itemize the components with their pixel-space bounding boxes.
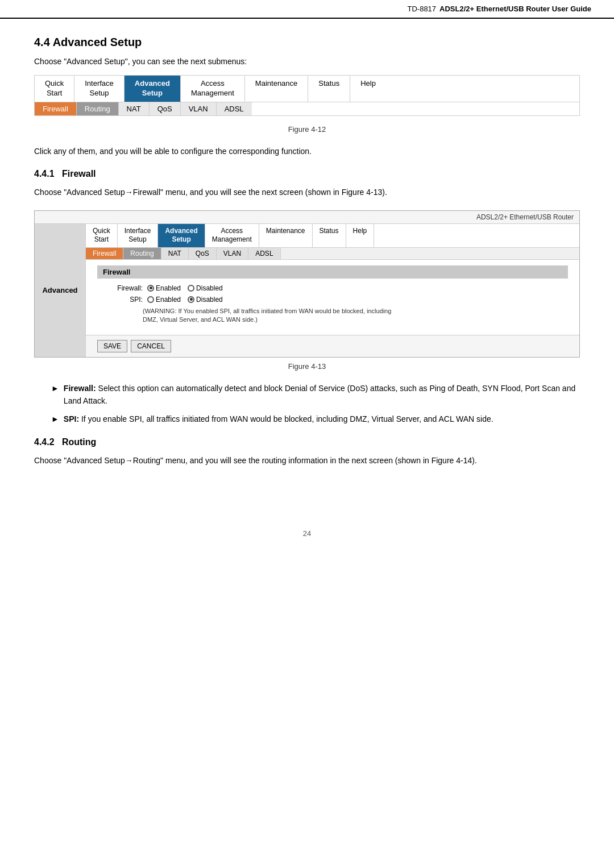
save-button[interactable]: SAVE (97, 340, 127, 352)
spi-disabled-radio[interactable] (188, 296, 194, 303)
router-sub-nat[interactable]: NAT (161, 248, 189, 259)
figure12-label: Figure 4-12 (34, 125, 580, 134)
spi-enabled-radio[interactable] (147, 296, 154, 303)
model-label: TD-8817 (408, 5, 437, 13)
bullet-spi-text: SPI: If you enable SPI, all traffics ini… (64, 413, 493, 425)
section-name: Advanced Setup (53, 36, 142, 48)
firewall-enabled-label: Enabled (156, 284, 181, 292)
bullet-firewall-body: Select this option can automatically det… (64, 384, 575, 405)
router-sub-firewall[interactable]: Firewall (86, 248, 123, 259)
nav-interface-setup[interactable]: InterfaceSetup (74, 76, 125, 102)
section-intro: Choose "Advanced Setup", you can see the… (34, 57, 580, 66)
router-nav-maintenance[interactable]: Maintenance (259, 224, 313, 247)
button-row: SAVE CANCEL (86, 335, 579, 357)
router-nav-top: QuickStart InterfaceSetup AdvancedSetup … (86, 224, 579, 248)
firewall-disabled-label: Disabled (196, 284, 223, 292)
spi-disabled-label: Disabled (196, 296, 223, 304)
figure12-nav: QuickStart InterfaceSetup AdvancedSetup … (34, 75, 580, 116)
bullet-firewall-term: Firewall: (64, 384, 96, 393)
spi-warning: (WARNING: If You enabled SPI, all traffi… (97, 307, 568, 325)
spi-radio-group: Enabled Disabled (147, 296, 223, 304)
router-sub-qos[interactable]: QoS (189, 248, 217, 259)
bullet-arrow-1: ► (51, 382, 59, 408)
router-content: Firewall Firewall: Enabled Disabled (86, 260, 579, 335)
main-content: 4.4 Advanced Setup Choose "Advanced Setu… (0, 19, 614, 495)
spi-field-row: SPI: Enabled Disabled (97, 296, 568, 304)
subsection-441-title: 4.4.1 Firewall (34, 169, 580, 179)
bullet-list: ► Firewall: Select this option can autom… (51, 382, 580, 426)
router-ui-figure13: ADSL2/2+ Ethernet/USB Router Advanced Qu… (34, 210, 580, 358)
firewall-label: Firewall: (109, 284, 143, 292)
router-nav-help[interactable]: Help (346, 224, 375, 247)
subsection-441-intro: Choose "Advanced Setup→Firewall" menu, a… (34, 186, 580, 198)
nav-status[interactable]: Status (308, 76, 350, 102)
nav-maintenance[interactable]: Maintenance (245, 76, 308, 102)
page-number: 24 (0, 518, 614, 549)
bullet-firewall: ► Firewall: Select this option can autom… (51, 382, 580, 408)
cancel-button[interactable]: CANCEL (131, 340, 171, 352)
router-sidebar: Advanced (35, 224, 86, 357)
section-number: 4.4 (34, 36, 50, 48)
nav-access-management[interactable]: AccessManagement (181, 76, 245, 102)
nav-sub-vlan[interactable]: VLAN (181, 102, 217, 115)
figure13-label: Figure 4-13 (34, 362, 580, 371)
router-nav-access-management[interactable]: AccessManagement (205, 224, 259, 247)
nav-help[interactable]: Help (350, 76, 386, 102)
router-nav-quick-start[interactable]: QuickStart (86, 224, 118, 247)
nav-sub-adsl[interactable]: ADSL (217, 102, 252, 115)
router-nav-sub: Firewall Routing NAT QoS VLAN ADSL (86, 248, 579, 260)
firewall-radio-group: Enabled Disabled (147, 284, 223, 292)
firewall-disabled-radio[interactable] (188, 285, 194, 292)
firewall-enabled-option[interactable]: Enabled (147, 284, 181, 292)
subsection-442-name: Routing (62, 437, 96, 447)
bullet-spi-term: SPI: (64, 414, 79, 423)
router-sub-routing[interactable]: Routing (123, 248, 161, 259)
product-name: ADSL2/2+ Ethernet/USB Router User Guide (439, 5, 591, 13)
nav-sub-routing[interactable]: Routing (77, 102, 119, 115)
router-nav-advanced-setup[interactable]: AdvancedSetup (158, 224, 205, 247)
nav-sub-nat[interactable]: NAT (119, 102, 150, 115)
header: TD-8817 ADSL2/2+ Ethernet/USB Router Use… (0, 0, 614, 19)
subsection-441-number: 4.4.1 (34, 169, 55, 178)
nav-sub-row: Firewall Routing NAT QoS VLAN ADSL (35, 102, 579, 115)
bullet-firewall-text: Firewall: Select this option can automat… (64, 382, 580, 408)
nav-advanced-setup[interactable]: AdvancedSetup (125, 76, 181, 102)
subsection-442-intro: Choose "Advanced Setup→Routing" menu, an… (34, 454, 580, 467)
router-sub-vlan[interactable]: VLAN (217, 248, 248, 259)
firewall-field-row: Firewall: Enabled Disabled (97, 284, 568, 292)
spi-enabled-label: Enabled (156, 296, 181, 304)
spi-label: SPI: (109, 296, 143, 304)
router-sub-adsl[interactable]: ADSL (248, 248, 280, 259)
spi-enabled-option[interactable]: Enabled (147, 296, 181, 304)
router-section-bar: Firewall (97, 265, 568, 279)
bullet-spi: ► SPI: If you enable SPI, all traffics i… (51, 413, 580, 425)
nav-sub-qos[interactable]: QoS (150, 102, 181, 115)
nav-top-row: QuickStart InterfaceSetup AdvancedSetup … (35, 76, 579, 102)
subsection-442-title: 4.4.2 Routing (34, 437, 580, 447)
router-main: QuickStart InterfaceSetup AdvancedSetup … (86, 224, 579, 357)
router-nav-interface-setup[interactable]: InterfaceSetup (118, 224, 159, 247)
router-nav-status[interactable]: Status (313, 224, 346, 247)
spi-disabled-option[interactable]: Disabled (188, 296, 223, 304)
nav-quick-start[interactable]: QuickStart (35, 76, 74, 102)
subsection-442-number: 4.4.2 (34, 437, 55, 447)
firewall-disabled-option[interactable]: Disabled (188, 284, 223, 292)
subsection-441-name: Firewall (62, 169, 96, 178)
router-ui-body: Advanced QuickStart InterfaceSetup Advan… (35, 224, 579, 357)
router-ui-header: ADSL2/2+ Ethernet/USB Router (35, 211, 579, 224)
bullet-arrow-2: ► (51, 413, 59, 425)
firewall-enabled-radio[interactable] (147, 285, 154, 292)
bullet-spi-body: If you enable SPI, all traffics initiate… (81, 414, 493, 423)
section-title: 4.4 Advanced Setup (34, 36, 580, 49)
figure12-caption: Click any of them, and you will be able … (34, 145, 580, 157)
nav-sub-firewall[interactable]: Firewall (35, 102, 77, 115)
